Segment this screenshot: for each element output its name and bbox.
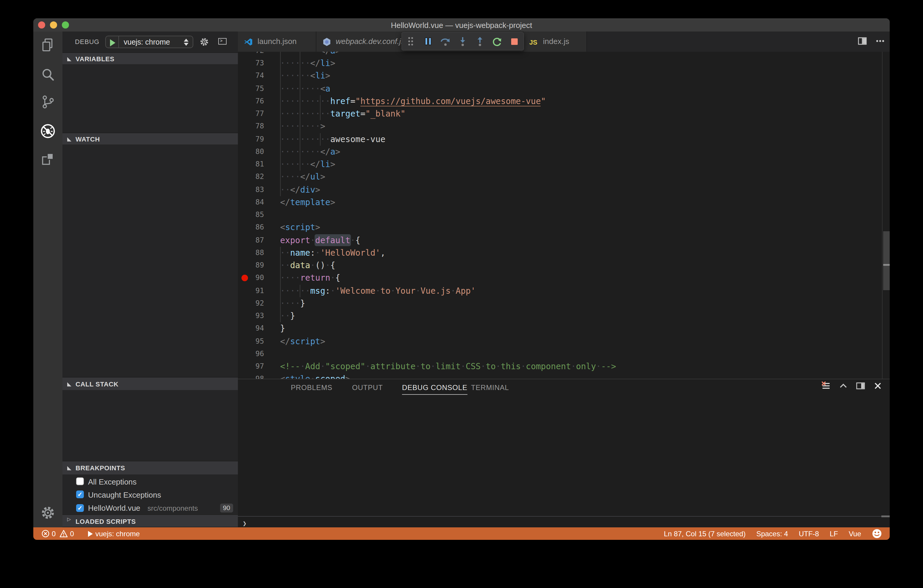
debug-config-dropdown[interactable]: vuejs: chrome — [105, 36, 193, 48]
editor-scrollbar[interactable] — [882, 52, 890, 379]
status-item[interactable]: Ln 87, Col 15 (7 selected) — [664, 529, 746, 538]
breakpoint-row[interactable]: ✓HelloWorld.vuesrc/components90 — [62, 502, 238, 515]
tab-index.js[interactable]: JSindex.js — [523, 31, 587, 52]
pause-button[interactable] — [419, 34, 437, 49]
more-actions-icon[interactable] — [875, 36, 885, 46]
collapse-arrow-icon — [67, 382, 71, 386]
status-item[interactable]: UTF-8 — [799, 529, 819, 538]
start-debug-icon[interactable] — [110, 39, 115, 46]
breakpoint-row[interactable]: All Exceptions — [62, 475, 238, 488]
code-line[interactable]: ········</a> — [238, 146, 890, 158]
code-line[interactable]: ··} — [238, 310, 890, 322]
debug-icon[interactable] — [40, 123, 56, 139]
panel-tab-terminal[interactable]: TERMINAL — [471, 383, 509, 392]
vscode-window: HelloWorld.vue — vuejs-webpack-project — [33, 18, 890, 540]
checkbox-checked[interactable]: ✓ — [76, 504, 84, 512]
titlebar[interactable]: HelloWorld.vue — vuejs-webpack-project — [33, 18, 890, 31]
checkbox-checked[interactable]: ✓ — [76, 491, 84, 499]
code-line[interactable]: ········</a> — [238, 52, 890, 57]
drag-handle[interactable] — [402, 34, 419, 49]
call-stack-body[interactable] — [62, 390, 238, 461]
code-editor[interactable]: 72········</a>73······</li>74······<li>7… — [238, 52, 890, 379]
tab-bar: JSindex.jswebpack.dev.conf.jslaunch.json — [238, 31, 890, 52]
panel-position-icon[interactable] — [856, 381, 866, 391]
status-bar: 0 0 vuejs: chrome Ln 87, Col 15 (7 selec… — [33, 527, 890, 540]
stop-button[interactable] — [506, 34, 523, 49]
code-line[interactable]: ··········awesome-vue — [238, 133, 890, 146]
clear-console-icon[interactable] — [821, 381, 831, 391]
errors-status[interactable]: 0 — [42, 529, 56, 538]
code-line[interactable]: ··data·()·{ — [238, 259, 890, 272]
code-line[interactable] — [238, 209, 890, 222]
panel-tab-problems[interactable]: PROBLEMS — [291, 383, 332, 392]
scrollbar-thumb[interactable] — [883, 231, 890, 290]
configure-gear-icon[interactable] — [199, 37, 209, 47]
code-line[interactable]: ········> — [238, 120, 890, 133]
code-line[interactable]: </script> — [238, 335, 890, 348]
code-line[interactable]: ····</ul> — [238, 171, 890, 184]
close-panel-icon[interactable] — [873, 381, 882, 391]
breakpoint-path: src/components — [148, 504, 198, 513]
code-line[interactable]: <!--·Add·"scoped"·attribute·to·limit·CSS… — [238, 360, 890, 373]
code-line[interactable]: ······</li> — [238, 158, 890, 171]
error-icon — [42, 530, 49, 537]
code-line[interactable]: <style·scoped> — [238, 373, 890, 379]
breakpoint-row[interactable]: ✓Uncaught Exceptions — [62, 488, 238, 502]
explorer-icon[interactable] — [40, 37, 56, 53]
feedback-smiley-icon[interactable] — [872, 529, 882, 539]
debug-toolbar — [401, 32, 524, 51]
code-line[interactable]: } — [238, 322, 890, 335]
play-icon — [88, 531, 93, 537]
step-over-button[interactable] — [437, 34, 454, 49]
warnings-status[interactable]: 0 — [59, 529, 74, 538]
code-line[interactable]: ······</li> — [238, 57, 890, 70]
code-line[interactable]: ··········href="https://github.com/vuejs… — [238, 95, 890, 108]
code-line[interactable]: ··name:·'HelloWorld', — [238, 247, 890, 260]
panel-tab-output[interactable]: OUTPUT — [352, 383, 383, 392]
code-line[interactable]: export·default·{ — [238, 234, 890, 247]
extensions-icon[interactable] — [40, 151, 56, 167]
settings-gear-icon[interactable] — [40, 505, 56, 521]
code-line[interactable]: <script> — [238, 222, 890, 234]
section-watch[interactable]: WATCH — [62, 133, 238, 145]
breakpoints-body: All Exceptions✓Uncaught Exceptions✓Hello… — [62, 475, 238, 514]
section-variables[interactable]: VARIABLES — [62, 52, 238, 64]
toggle-debug-console-icon[interactable]: > — [218, 38, 227, 44]
variables-body[interactable] — [62, 64, 238, 133]
code-line[interactable]: ······<li> — [238, 70, 890, 83]
code-line[interactable]: ····return·{ — [238, 272, 890, 285]
warning-icon — [59, 530, 67, 537]
checkbox-unchecked[interactable] — [76, 478, 84, 485]
watch-body[interactable] — [62, 145, 238, 377]
console-prompt[interactable]: ❯ — [243, 520, 246, 527]
section-call-stack[interactable]: CALL STACK — [62, 377, 238, 390]
section-breakpoints[interactable]: BREAKPOINTS — [62, 461, 238, 475]
tab-launch.json[interactable]: launch.json — [238, 31, 316, 52]
step-out-button[interactable] — [471, 34, 488, 49]
status-item[interactable]: LF — [829, 529, 838, 538]
section-loaded-scripts[interactable]: ▷ LOADED SCRIPTS — [62, 514, 238, 527]
editor-group: JSindex.jswebpack.dev.conf.jslaunch.json… — [238, 31, 890, 527]
activity-bar — [33, 31, 62, 527]
code-line[interactable]: ········<a — [238, 82, 890, 95]
restart-button[interactable] — [488, 34, 506, 49]
debug-config-value: vuejs: chrome — [124, 38, 170, 46]
maximize-panel-icon[interactable] — [839, 381, 848, 391]
split-editor-icon[interactable] — [857, 36, 867, 46]
code-line[interactable]: ····} — [238, 297, 890, 310]
code-line[interactable]: ··</div> — [238, 184, 890, 196]
status-item[interactable]: Vue — [849, 529, 861, 538]
source-control-icon[interactable] — [40, 94, 56, 110]
code-line[interactable]: ··········target="_blank" — [238, 108, 890, 120]
code-line[interactable]: ······msg:·'Welcome·to·Your·Vue.js·App' — [238, 284, 890, 297]
debug-session-status[interactable]: vuejs: chrome — [88, 529, 140, 538]
search-icon[interactable] — [40, 67, 56, 83]
code-line[interactable] — [238, 348, 890, 361]
debug-sidebar: DEBUG vuejs: chrome > VARIABLES — [62, 31, 238, 527]
bottom-panel: PROBLEMSOUTPUTDEBUG CONSOLETERMINAL — [238, 379, 890, 527]
tab-label: index.js — [543, 37, 569, 46]
status-item[interactable]: Spaces: 4 — [756, 529, 788, 538]
code-line[interactable]: </template> — [238, 196, 890, 209]
panel-tab-debug-console[interactable]: DEBUG CONSOLE — [402, 383, 468, 395]
step-into-button[interactable] — [454, 34, 471, 49]
